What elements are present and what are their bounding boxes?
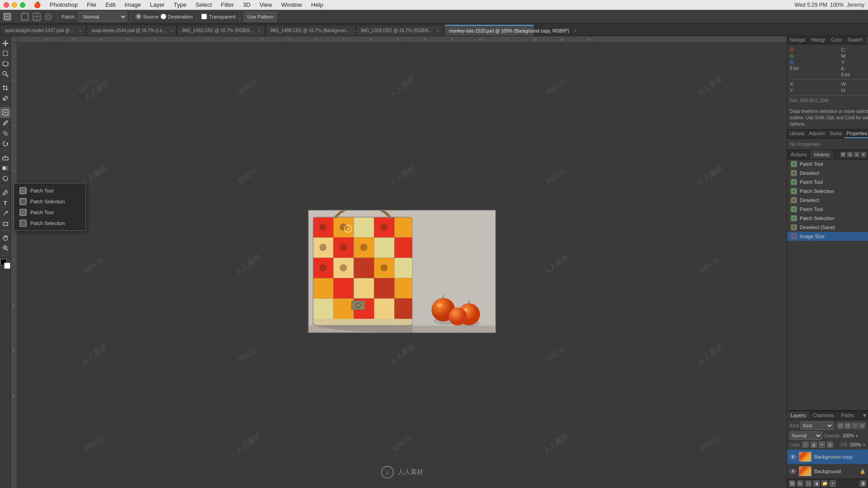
tool-path-select[interactable] — [0, 208, 10, 218]
tab-history[interactable]: History — [811, 150, 833, 159]
tool-crop[interactable] — [0, 83, 10, 93]
layers-fx-btn[interactable]: fx — [797, 480, 803, 487]
tab-navigator[interactable]: Navigat — [787, 36, 808, 44]
history-icon-btn4[interactable]: ▾ — [861, 152, 866, 157]
canvas-scroll-area[interactable]: RRCG人人素材 RRCG 人人素材 RRCG 人人素材 人人素材 RRCG 人… — [17, 42, 787, 488]
fill-arrow[interactable]: ▾ — [863, 442, 865, 447]
tool-popup-item-0[interactable]: Patch Tool — [14, 185, 85, 196]
tool-popup-item-1[interactable]: Patch Selection — [14, 196, 85, 207]
lock-transparent-btn[interactable] — [802, 441, 809, 448]
opacity-arrow[interactable]: ▾ — [856, 433, 858, 438]
tab-5[interactable]: monkey-tote-1520.psd @ 100% (Background … — [444, 25, 534, 36]
menu-view[interactable]: View — [255, 0, 277, 9]
tab-3[interactable]: IMG_1488.CR2 @ 16.7% (Backgroun... × — [265, 25, 356, 36]
layers-tab-paths[interactable]: Paths — [838, 411, 858, 419]
tab-4[interactable]: IMG_1328.CR2 @ 16.7% (RGB/8... × — [356, 25, 444, 36]
kind-icon3[interactable]: T — [852, 422, 858, 429]
layers-mask-btn[interactable]: ◻ — [805, 480, 811, 487]
tab-adjustments[interactable]: Adjustm — [807, 130, 827, 138]
tab-close-5[interactable]: × — [574, 28, 576, 33]
history-item-1[interactable]: Deselect — [787, 169, 868, 178]
destination-radio[interactable]: Destination — [160, 14, 193, 19]
tool-hand[interactable] — [0, 233, 10, 243]
patch-mode-select[interactable]: Normal Content-Aware — [78, 12, 127, 22]
history-item-4[interactable]: Deselect — [787, 196, 868, 205]
layers-tab-layers[interactable]: Layers — [787, 411, 809, 419]
tab-close-0[interactable]: × — [79, 28, 81, 33]
tool-history-brush[interactable] — [0, 139, 10, 149]
layers-menu-btn[interactable]: ▾ — [863, 412, 866, 419]
menu-photoshop[interactable]: Photoshop — [45, 0, 82, 9]
history-item-3[interactable]: Patch Selection — [787, 187, 868, 196]
tool-type[interactable]: T — [0, 198, 10, 208]
layers-adjustment-btn[interactable]: ◑ — [813, 480, 820, 487]
layer-visibility-0[interactable] — [790, 454, 796, 460]
tool-brush[interactable] — [0, 118, 10, 128]
tool-move[interactable] — [0, 38, 10, 48]
kind-icon1[interactable] — [837, 422, 844, 429]
menu-3d[interactable]: 3D — [238, 0, 255, 9]
tool-pen[interactable] — [0, 188, 10, 197]
tool-quick-select[interactable] — [0, 69, 10, 79]
tool-heal[interactable] — [0, 108, 10, 117]
tool-lasso[interactable] — [0, 59, 10, 69]
history-item-7[interactable]: Deselect (Save) — [787, 223, 868, 232]
history-item-5[interactable]: Patch Tool — [787, 205, 868, 214]
tool-popup-item-2[interactable]: Patch Tool — [14, 207, 85, 218]
tab-close-1[interactable]: × — [170, 28, 173, 33]
history-icon-btn1[interactable]: ⊞ — [840, 152, 846, 157]
history-item-6[interactable]: Patch Selection — [787, 214, 868, 223]
lock-position-btn[interactable] — [819, 441, 825, 448]
tool-gradient[interactable] — [0, 163, 10, 173]
tab-close-4[interactable]: × — [437, 28, 439, 33]
menu-window[interactable]: Window — [277, 0, 307, 9]
tab-info[interactable]: Info — [866, 36, 868, 44]
menu-help[interactable]: Help — [307, 0, 328, 9]
blend-mode-select[interactable]: Normal — [790, 432, 822, 440]
layers-delete-btn[interactable]: 🗑 — [860, 480, 866, 487]
tab-2[interactable]: IMG_1492.CR2 @ 16.7% (RGB/8... × — [177, 25, 265, 36]
kind-select[interactable]: Kind — [801, 422, 834, 430]
layers-tab-channels[interactable]: Channels — [809, 411, 837, 419]
canvas-image[interactable] — [308, 210, 496, 333]
background-color[interactable] — [4, 263, 10, 269]
tab-color[interactable]: Color — [829, 36, 845, 44]
layers-group-btn[interactable]: 📁 — [821, 480, 828, 487]
history-item-2[interactable]: Patch Tool — [787, 178, 868, 187]
history-icon-btn3[interactable]: ≡ — [854, 152, 859, 157]
layers-link-btn[interactable]: ⛓ — [789, 480, 795, 487]
tab-libraries[interactable]: Librarie — [787, 130, 807, 138]
menu-layer[interactable]: Layer — [146, 0, 170, 9]
minimize-button[interactable] — [12, 2, 17, 8]
menu-edit[interactable]: Edit — [101, 0, 120, 9]
kind-icon4[interactable]: ⚙ — [859, 422, 865, 429]
tab-0[interactable]: spot-straight-model-1437.psd @ ... × — [0, 25, 86, 36]
use-pattern-button[interactable]: Use Pattern — [244, 12, 277, 22]
history-item-0[interactable]: Patch Tool — [787, 160, 868, 169]
menu-select[interactable]: Select — [191, 0, 216, 9]
history-icon-btn2[interactable]: ◎ — [847, 152, 853, 157]
menu-image[interactable]: Image — [120, 0, 146, 9]
tool-eraser[interactable] — [0, 153, 10, 163]
tool-zoom[interactable] — [0, 243, 10, 253]
menu-apple[interactable]: 🍎 — [29, 0, 45, 9]
source-radio[interactable]: Source — [136, 14, 159, 19]
tab-styles[interactable]: Styles — [827, 130, 844, 138]
fg-bg-colors[interactable] — [0, 259, 10, 269]
maximize-button[interactable] — [20, 2, 25, 8]
tab-close-2[interactable]: × — [258, 28, 260, 33]
tab-actions[interactable]: Actions — [787, 150, 811, 159]
tool-eyedropper[interactable] — [0, 94, 10, 103]
history-item-8[interactable]: S Image Size — [787, 232, 868, 241]
close-button[interactable] — [4, 2, 9, 8]
tool-shape[interactable] — [0, 219, 10, 229]
layer-item-0[interactable]: Background copy — [787, 450, 868, 464]
tab-1[interactable]: soap-levels-1544.psd @ 16.7% (Le... × — [86, 25, 177, 36]
tab-properties[interactable]: Properties — [844, 130, 868, 138]
menu-file[interactable]: File — [82, 0, 101, 9]
menu-filter[interactable]: Filter — [217, 0, 239, 9]
tool-marquee[interactable] — [0, 48, 10, 58]
transparent-checkbox[interactable]: Transparent — [201, 14, 236, 19]
kind-icon2[interactable] — [844, 422, 851, 429]
tool-dodge[interactable] — [0, 174, 10, 183]
